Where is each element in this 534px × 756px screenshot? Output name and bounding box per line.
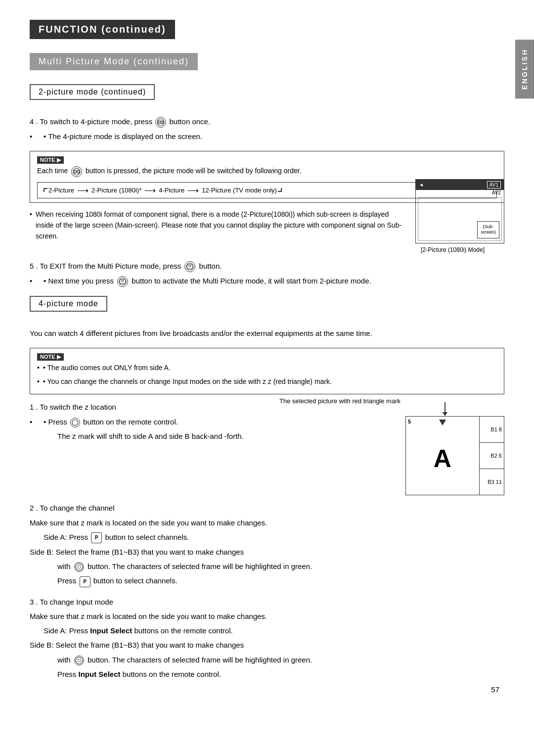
step5-text: 5 . To EXIT from the Multi Picture mode,… (30, 260, 504, 272)
svg-point-18 (78, 566, 81, 568)
title-2picture-mode: 2-picture mode (continued) (30, 84, 155, 100)
flow-arrow2: ⟶ (144, 186, 156, 195)
step3-sideA: Side A: Press Input Select buttons on th… (30, 625, 504, 636)
step2-label: 2 . To change the channel (30, 502, 504, 514)
title-function-continued: FUNCTION (continued) (30, 20, 175, 39)
flow-2picture-1080i: 2-Picture (1080i)* (91, 187, 141, 194)
diagram-B2: B2 6 (480, 443, 504, 469)
step3-sideB-with: with button. The characters of selected … (30, 654, 504, 665)
flow-arrow3: ⟶ (187, 186, 199, 195)
step2-sideA: Side A: Press P button to select channel… (30, 531, 504, 543)
diagram-av1: AV1 (487, 181, 501, 189)
diagram-speaker-icon: ◄ (419, 182, 424, 188)
multiview-button-icon[interactable]: 2-4-12 (155, 117, 166, 128)
diagram-A-label: A (434, 444, 451, 473)
step5-sub: • Next time you press button to activate… (30, 275, 504, 287)
svg-point-19 (76, 657, 83, 664)
svg-text:2-4-12: 2-4-12 (73, 170, 81, 173)
step3-jog-button[interactable] (74, 656, 84, 665)
step4-sub: • The 4-picture mode is displayed on the… (30, 131, 504, 142)
note-text: Each time 2-4-12 button is pressed, the … (37, 166, 497, 177)
step2-P-button2[interactable]: P (80, 576, 90, 587)
step1-sub: • Press button on the remote control. (30, 416, 504, 427)
sidebar-english-label: ENGLISH (515, 40, 534, 98)
step2-sideB-with: with button. The characters of selected … (30, 561, 504, 572)
diagram-1080i-label: [2-Picture (1080i) Mode] (421, 246, 485, 253)
note-label: NOTE ▶ (37, 155, 497, 166)
step3-input-select2: Input Select (79, 670, 121, 678)
title-multi-picture-mode: Multi Picture Mode (continued) (30, 53, 198, 70)
exit-button-icon[interactable] (184, 261, 195, 272)
note-box-4picture: NOTE ▶ • The audio comes out ONLY from s… (30, 348, 504, 394)
diagram-4pic-grid: A 5 B1 8 B2 6 B3 11 (405, 416, 504, 495)
flow-arrow1: ⟶ (77, 186, 89, 195)
flow-12picture: 12-Picture (TV mode only) (202, 187, 277, 194)
step3-press: Press Input Select buttons on the remote… (30, 668, 504, 680)
step2-press: Press P button to select channels. (30, 575, 504, 587)
flow-4picture: 4-Picture (159, 187, 184, 194)
note2-bullet2: • You can change the channels or change … (37, 377, 497, 387)
step2-sideB: Side B: Select the frame (B1~B3) that yo… (30, 546, 504, 558)
diagram-av2: AV2 (416, 190, 504, 195)
svg-point-16 (72, 420, 78, 425)
step2-desc: Make sure that z mark is located on the … (30, 517, 504, 528)
note-button-icon[interactable]: 2-4-12 (71, 166, 82, 177)
selected-picture-label: The selected picture with red triangle m… (279, 397, 400, 405)
title-4picture-mode: 4-picture mode (30, 296, 107, 312)
note2-bullet1: • The audio comes out ONLY from side A. (37, 363, 497, 374)
svg-text:2-4-12: 2-4-12 (157, 121, 165, 124)
step3-input-select1: Input Select (90, 626, 132, 635)
diagram-B3: B3 11 (480, 469, 504, 495)
step2-jog-button[interactable] (74, 562, 84, 572)
page-number: 57 (491, 685, 499, 694)
svg-point-20 (78, 659, 81, 662)
step4-text: 4 . To switch to 4-picture mode, press 2… (30, 116, 504, 128)
step1-button-icon[interactable] (70, 418, 80, 427)
step3-sideB: Side B: Select the frame (B1~B3) that yo… (30, 639, 504, 651)
step2-P-button[interactable]: P (91, 532, 102, 543)
note2-label: NOTE ▶ (37, 352, 497, 363)
flow-2picture: 2-Picture (48, 187, 74, 194)
bullet-1080i: When receiving 1080i format of component… (30, 209, 504, 242)
step5-button-icon[interactable] (117, 276, 128, 287)
step3-desc: Make sure that z mark is located on the … (30, 611, 504, 622)
step3-label: 3 . To change Input mode (30, 596, 504, 608)
section4-desc: You can watch 4 different pictures from … (30, 328, 504, 339)
svg-point-17 (76, 564, 83, 570)
